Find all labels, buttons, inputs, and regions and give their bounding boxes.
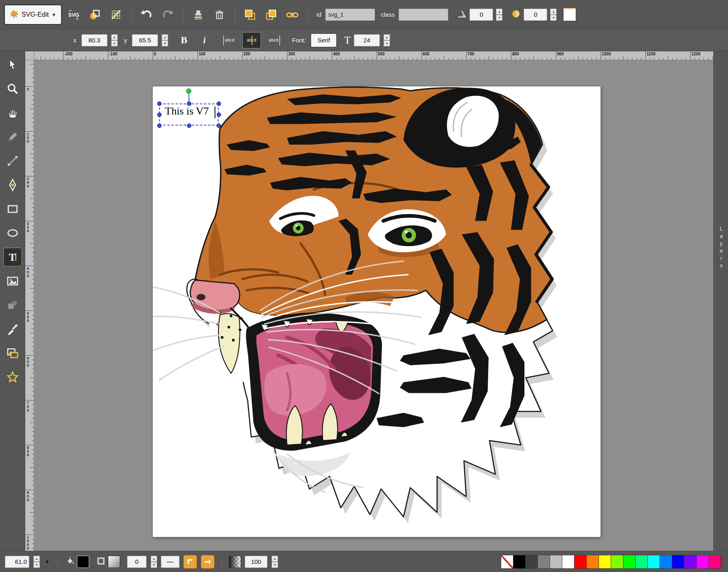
ruler-tick: [94, 58, 95, 60]
opacity-input[interactable]: [245, 556, 268, 568]
svg-canvas[interactable]: This is V7: [153, 86, 601, 537]
separator: [221, 555, 222, 568]
redo-button[interactable]: [158, 5, 177, 24]
zoom-stepper[interactable]: ▲▼: [33, 556, 40, 568]
grid-button[interactable]: [107, 5, 125, 24]
text-anchor-middle-button[interactable]: abcd: [242, 32, 261, 48]
selection-handle-ne[interactable]: [217, 101, 221, 106]
italic-button[interactable]: i: [196, 32, 213, 49]
linejoin-button[interactable]: [183, 555, 197, 569]
selection-handle-w[interactable]: [157, 112, 162, 117]
stroke-width-stepper[interactable]: ▲▼: [151, 556, 157, 568]
palette-swatch[interactable]: [709, 555, 721, 568]
tool-zoom[interactable]: [3, 79, 22, 98]
stroke-color-swatch[interactable]: [108, 556, 120, 568]
font-size-input[interactable]: [354, 34, 380, 46]
ruler-tick: [81, 58, 81, 60]
palette-swatch[interactable]: [672, 555, 684, 568]
palette-swatch[interactable]: [587, 555, 599, 568]
tool-select[interactable]: [3, 55, 22, 74]
tool-pencil[interactable]: [3, 128, 22, 146]
palette-swatch[interactable]: [599, 555, 611, 568]
source-editor-button[interactable]: SVG: [64, 5, 83, 24]
zoom-dropdown-button[interactable]: ▼: [44, 559, 51, 565]
palette-swatch[interactable]: [513, 555, 526, 568]
move-to-top-button[interactable]: [262, 5, 281, 24]
main-menu-button[interactable]: SVG-Edit ▼: [4, 4, 62, 25]
tool-eyedropper[interactable]: [3, 320, 22, 339]
element-id-input[interactable]: [325, 9, 375, 21]
ruler-tick: [25, 86, 34, 87]
ruler-tick: [54, 58, 55, 60]
ruler-tick: [296, 58, 296, 60]
element-class-input[interactable]: [399, 9, 448, 21]
fill-color-swatch[interactable]: [77, 556, 89, 568]
delete-button[interactable]: [210, 5, 229, 24]
zoom-input[interactable]: [5, 556, 29, 568]
selection-handle-sw[interactable]: [157, 123, 162, 128]
tool-star[interactable]: [3, 368, 22, 387]
palette-swatch[interactable]: [660, 555, 672, 568]
angle-stepper[interactable]: ▲▼: [496, 9, 502, 21]
tool-path[interactable]: [3, 176, 22, 194]
bold-button[interactable]: B: [175, 32, 193, 49]
x-coordinate-input[interactable]: [81, 34, 107, 46]
tool-text[interactable]: T: [3, 248, 22, 266]
tool-ellipse[interactable]: [3, 224, 22, 242]
selection-handle-e[interactable]: [217, 112, 221, 117]
tool-rect[interactable]: [3, 200, 22, 218]
palette-swatch[interactable]: [575, 555, 587, 568]
angle-input[interactable]: [469, 9, 493, 21]
undo-button[interactable]: [137, 5, 156, 24]
palette-swatch[interactable]: [526, 555, 538, 568]
tool-shapelib[interactable]: [3, 296, 22, 315]
palette-swatch[interactable]: [648, 555, 660, 568]
move-to-bottom-button[interactable]: [241, 5, 259, 24]
palette-swatch[interactable]: [550, 555, 562, 568]
palette-swatch[interactable]: [697, 555, 709, 568]
wireframe-button[interactable]: [86, 5, 104, 24]
tool-line[interactable]: [3, 152, 22, 170]
selection-handle-se[interactable]: [217, 123, 221, 128]
x-stepper[interactable]: ▲▼: [111, 34, 118, 46]
selection-handle-nw[interactable]: [157, 101, 162, 106]
palette-swatch[interactable]: [501, 555, 513, 568]
layers-panel-tab[interactable]: Layers: [713, 51, 728, 551]
link-button[interactable]: [283, 5, 302, 24]
ruler-tick: [260, 58, 261, 60]
anchor-middle-bar-icon: [252, 36, 252, 45]
y-stepper[interactable]: ▲▼: [162, 34, 168, 46]
tool-library[interactable]: [3, 344, 22, 363]
ruler-tick: [672, 58, 673, 60]
background-color-swatch[interactable]: [563, 8, 576, 21]
palette-swatch[interactable]: [684, 555, 697, 568]
palette-swatch[interactable]: [611, 555, 623, 568]
opacity-gradient-swatch[interactable]: [229, 556, 241, 568]
canvas-area[interactable]: This is V7: [34, 60, 713, 551]
tool-image[interactable]: [3, 272, 22, 290]
rotate-handle[interactable]: [186, 88, 191, 94]
ruler-tick: [157, 58, 158, 60]
opacity-stepper[interactable]: ▲▼: [272, 556, 278, 568]
selection-handle-s[interactable]: [187, 123, 191, 128]
palette-swatch[interactable]: [538, 555, 550, 568]
stroke-width-input[interactable]: [127, 556, 147, 568]
ruler-tick: [32, 270, 34, 271]
y-coordinate-input[interactable]: [132, 34, 158, 46]
ruler-tick: [345, 58, 346, 60]
text-anchor-end-button[interactable]: abcd: [264, 32, 283, 48]
move-bottom-icon: [244, 9, 256, 21]
palette-swatch[interactable]: [636, 555, 648, 568]
palette-swatch[interactable]: [562, 555, 575, 568]
linecap-button[interactable]: [201, 555, 215, 569]
blur-stepper[interactable]: ▲▼: [550, 9, 557, 21]
blur-input[interactable]: [524, 9, 547, 21]
text-anchor-start-button[interactable]: abcd: [220, 32, 239, 48]
tool-pan[interactable]: [3, 103, 22, 122]
selection-handle-n[interactable]: [187, 101, 191, 106]
font-size-stepper[interactable]: ▲▼: [384, 34, 390, 46]
font-family-button[interactable]: Serif: [311, 33, 337, 47]
stroke-dash-select[interactable]: —: [161, 556, 180, 568]
clone-button[interactable]: [189, 5, 208, 24]
palette-swatch[interactable]: [623, 555, 636, 568]
